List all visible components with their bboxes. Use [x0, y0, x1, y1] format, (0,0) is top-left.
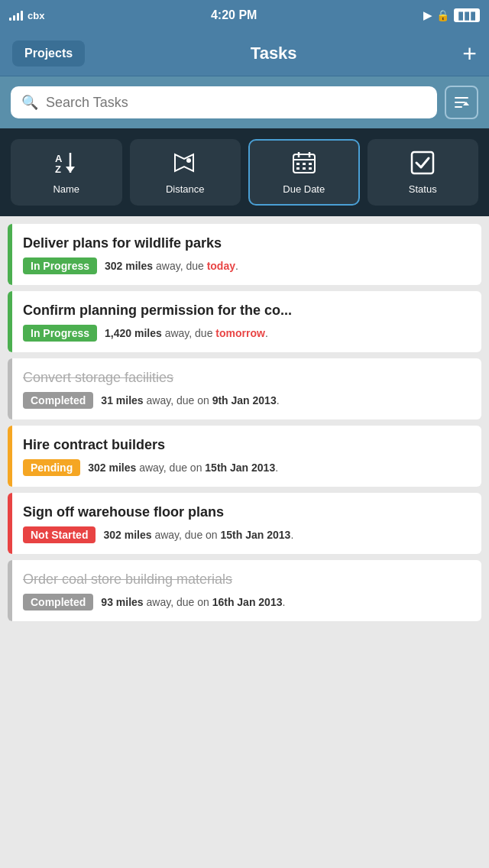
task-badge: Pending: [23, 459, 80, 476]
sort-icon: [453, 94, 470, 111]
status-left: cbx: [9, 10, 44, 21]
filter-distance-label: Distance: [166, 183, 205, 195]
filter-due-date-label: Due Date: [283, 183, 325, 195]
task-item[interactable]: Confirm planning permission for the co..…: [8, 291, 481, 352]
task-info: 302 miles away, due on 15th Jan 2013.: [103, 529, 293, 541]
task-meta: Pending302 miles away, due on 15th Jan 2…: [23, 459, 471, 476]
svg-point-8: [186, 158, 191, 163]
task-content: Sign off warehouse floor plansNot Starte…: [12, 493, 481, 554]
location-icon: ▶: [423, 9, 432, 21]
status-right: ▶ 🔒 ▮▮▮: [423, 8, 480, 22]
task-meta: Completed31 miles away, due on 9th Jan 2…: [23, 392, 471, 409]
search-input-wrap: 🔍: [11, 86, 437, 118]
svg-rect-13: [296, 163, 300, 165]
search-area: 🔍: [0, 76, 489, 128]
filter-tab-name[interactable]: A Z Name: [11, 139, 122, 206]
svg-rect-1: [455, 102, 465, 103]
task-content: Hire contract buildersPending302 miles a…: [12, 426, 481, 487]
search-icon: 🔍: [21, 94, 38, 111]
search-input[interactable]: [46, 95, 426, 111]
distance-icon: [172, 150, 198, 179]
task-content: Order coal store building materialsCompl…: [12, 560, 481, 621]
svg-rect-15: [309, 163, 312, 165]
svg-rect-14: [303, 163, 306, 165]
task-item[interactable]: Deliver plans for wildlife parksIn Progr…: [8, 224, 481, 285]
svg-rect-0: [455, 97, 468, 99]
task-badge: Completed: [23, 392, 93, 409]
task-badge: In Progress: [23, 325, 97, 342]
filter-tab-distance[interactable]: Distance: [130, 139, 241, 206]
filter-tab-status[interactable]: Status: [368, 139, 479, 206]
task-meta: In Progress302 miles away, due today.: [23, 257, 471, 274]
add-task-button[interactable]: +: [462, 41, 477, 66]
task-title: Deliver plans for wildlife parks: [23, 235, 471, 251]
task-content: Convert storage facilitiesCompleted31 mi…: [12, 358, 481, 419]
svg-rect-17: [303, 167, 306, 170]
task-meta: Not Started302 miles away, due on 15th J…: [23, 526, 471, 543]
status-bar: cbx 4:20 PM ▶ 🔒 ▮▮▮: [0, 0, 489, 31]
task-badge: Not Started: [23, 526, 96, 543]
task-title: Convert storage facilities: [23, 370, 471, 386]
task-item[interactable]: Order coal store building materialsCompl…: [8, 560, 481, 621]
name-sort-icon: A Z: [53, 150, 79, 179]
battery-icon: ▮▮▮: [454, 8, 480, 22]
filter-name-label: Name: [53, 183, 79, 195]
task-item[interactable]: Hire contract buildersPending302 miles a…: [8, 426, 481, 487]
svg-rect-2: [455, 106, 462, 108]
task-title: Confirm planning permission for the co..…: [23, 303, 471, 319]
signal-icon: [9, 10, 23, 21]
filter-tab-due-date[interactable]: Due Date: [248, 139, 360, 206]
task-item[interactable]: Sign off warehouse floor plansNot Starte…: [8, 493, 481, 554]
task-content: Confirm planning permission for the co..…: [12, 291, 481, 352]
task-badge: Completed: [23, 594, 93, 611]
task-meta: In Progress1,420 miles away, due tomorro…: [23, 325, 471, 342]
svg-text:A: A: [55, 153, 63, 164]
page-title: Tasks: [251, 44, 297, 63]
status-check-icon: [410, 150, 436, 179]
svg-rect-19: [412, 152, 433, 173]
task-info: 1,420 miles away, due tomorrow.: [105, 327, 268, 339]
nav-bar: Projects Tasks +: [0, 31, 489, 76]
filter-tabs: A Z Name Distance: [0, 128, 489, 216]
task-title: Order coal store building materials: [23, 572, 471, 588]
svg-text:Z: Z: [55, 164, 61, 175]
lock-icon: 🔒: [436, 9, 449, 21]
task-list: Deliver plans for wildlife parksIn Progr…: [0, 216, 489, 635]
sort-button[interactable]: [445, 86, 478, 119]
svg-rect-16: [296, 167, 300, 170]
task-info: 93 miles away, due on 16th Jan 2013.: [101, 596, 285, 608]
svg-marker-7: [66, 167, 75, 173]
task-info: 31 miles away, due on 9th Jan 2013.: [101, 394, 279, 406]
task-info: 302 miles away, due on 15th Jan 2013.: [88, 462, 278, 474]
task-meta: Completed93 miles away, due on 16th Jan …: [23, 594, 471, 611]
svg-rect-18: [309, 167, 312, 170]
task-content: Deliver plans for wildlife parksIn Progr…: [12, 224, 481, 285]
task-badge: In Progress: [23, 257, 97, 274]
projects-back-button[interactable]: Projects: [12, 40, 85, 66]
status-time: 4:20 PM: [211, 8, 257, 22]
calendar-icon: [291, 150, 317, 179]
task-title: Hire contract builders: [23, 437, 471, 453]
carrier-label: cbx: [28, 10, 44, 21]
task-item[interactable]: Convert storage facilitiesCompleted31 mi…: [8, 358, 481, 419]
task-title: Sign off warehouse floor plans: [23, 504, 471, 520]
filter-status-label: Status: [409, 183, 437, 195]
task-info: 302 miles away, due today.: [105, 260, 238, 272]
